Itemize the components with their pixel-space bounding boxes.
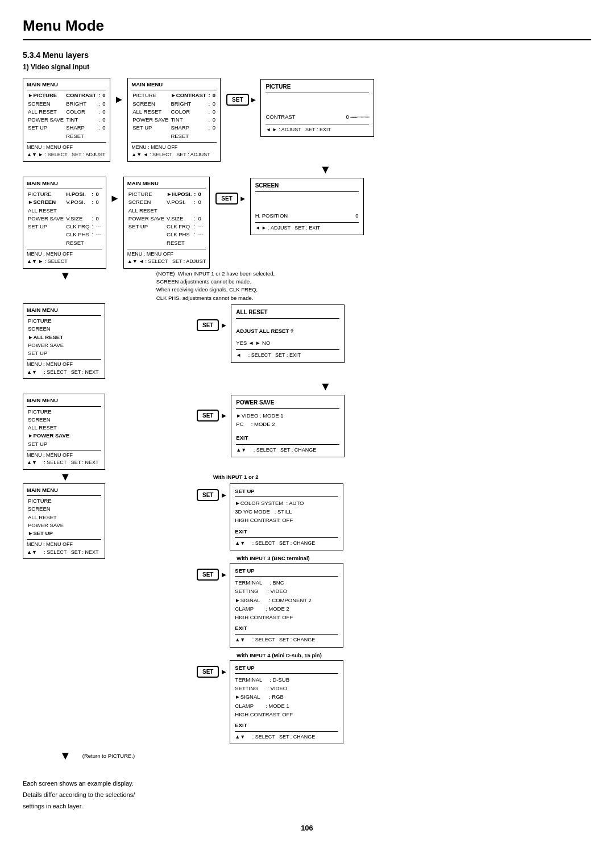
screen-panel-footer: ◄ ► : ADJUST SET : EXIT (255, 222, 359, 232)
setup-panel-input12-title: SET UP (235, 487, 338, 497)
setup3-terminal: TERMINAL : BNC (235, 578, 338, 587)
setup-footer-12: ▲▼ : SELECT SET : CHANGE (235, 537, 338, 547)
set-label-2[interactable]: SET (215, 193, 238, 205)
allreset-panel-title: ALL RESET (236, 308, 339, 319)
return-note: (Return to PICTURE.) (82, 753, 135, 759)
section-title: 5.3.4 Menu layers (23, 51, 591, 60)
setup-panel-input3: SET UP TERMINAL : BNC SETTING : VIDEO ►S… (230, 563, 343, 648)
main-menu-box-5: MAIN MENU PICTURE SCREEN ALL RESET POWER… (23, 483, 105, 560)
mid-menu-box-1: MAIN MENU PICTURE►CONTRAST:0 SCREENBRIGH… (127, 78, 221, 162)
set-btn-5b[interactable]: SET ► (197, 569, 227, 581)
setup4-highcontrast: HIGH CONTRAST: OFF (235, 710, 338, 719)
contrast-value: 0 ▪▪▪▪▪▪▫▫▫▫▫▫▫▫▫▫▫▫ (345, 112, 370, 122)
mid-menu-footer-1: MENU : MENU OFF▲▼ ◄ : SELECT SET : ADJUS… (131, 142, 217, 159)
down-arrow-2: ▼ (60, 270, 71, 281)
main-menu-footer-1: MENU : MENU OFF▲▼ ► : SELECT SET : ADJUS… (27, 142, 106, 159)
set-btn-5a[interactable]: SET ► (197, 489, 227, 501)
main-menu-header-2: MAIN MENU (27, 180, 102, 189)
main-menu-footer-2: MENU : MENU OFF▲▼ ► : SELECT (27, 249, 102, 266)
setup-colorsystem: ►COLOR SYSTEM : AUTO (235, 499, 338, 507)
setup4-clamp: CLAMP : MODE 1 (235, 702, 338, 710)
hposition-label: H. POSITION (255, 211, 288, 220)
set-btn-1[interactable]: SET ► (226, 94, 257, 106)
setup-panel-input4-title: SET UP (235, 663, 338, 674)
setup3-setting: SETTING : VIDEO (235, 587, 338, 595)
set-label-1[interactable]: SET (226, 94, 248, 106)
main-menu-header-5: MAIN MENU (27, 486, 101, 496)
powersave-video: ►VIDEO : MODE 1 (236, 411, 339, 420)
mid-menu-header-1: MAIN MENU (131, 81, 217, 90)
screen-panel: SCREEN H. POSITION 0 ◄ ► : ADJUST SET : … (250, 178, 364, 236)
mid-menu-footer-2: MENU : MENU OFF▲▼ ◄ : SELECT SET : ADJUS… (127, 249, 206, 266)
setup-exit-3: EXIT (235, 624, 338, 632)
main-menu-box-4: MAIN MENU PICTURE SCREEN ALL RESET ►POWE… (23, 394, 105, 470)
setup-3dycmode: 3D Y/C MODE : STILL (235, 507, 338, 516)
setup3-clamp: CLAMP : MODE 2 (235, 604, 338, 613)
setup4-setting: SETTING : VIDEO (235, 684, 338, 692)
setup3-highcontrast: HIGH CONTRAST: OFF (235, 613, 338, 621)
picture-panel-title: PICTURE (265, 82, 369, 93)
powersave-panel-title: POWER SAVE (236, 398, 339, 409)
bottom-line3: settings in each layer. (23, 801, 591, 812)
picture-panel: PICTURE CONTRAST 0 ▪▪▪▪▪▪▫▫▫▫▫▫▫▫▫▫▫▫ ◄ … (260, 79, 374, 137)
set-label-4[interactable]: SET (197, 410, 219, 422)
powersave-pc: PC : MODE 2 (236, 420, 339, 428)
main-menu-header-1: MAIN MENU (27, 81, 106, 90)
allreset-yesno: YES ◄ ► NO (236, 339, 339, 347)
main-menu-box-1: MAIN MENU ►PICTURECONTRAST:0 SCREENBRIGH… (23, 78, 110, 162)
setup4-signal: ►SIGNAL : RGB (235, 692, 338, 701)
picture-panel-footer: ◄ ► : ADJUST SET : EXIT (265, 124, 369, 133)
powersave-exit: EXIT (236, 433, 339, 442)
arrow-right-2: ► (110, 193, 120, 205)
setup4-terminal: TERMINAL : D-SUB (235, 675, 338, 684)
bottom-line1: Each screen shows an example display. (23, 778, 591, 790)
diagram-area: MAIN MENU ►PICTURECONTRAST:0 SCREENBRIGH… (23, 78, 591, 761)
down-arrow-3: ▼ (60, 381, 591, 392)
setup-footer-4: ▲▼ : SELECT SET : CHANGE (235, 731, 338, 741)
main-menu-box-2: MAIN MENU PICTUREH.POSI.:0 ►SCREENV.POSI… (23, 177, 106, 269)
mid-menu-header-2: MAIN MENU (127, 180, 206, 189)
main-menu-box-3: MAIN MENU PICTURE SCREEN ►ALL RESET POWE… (23, 303, 105, 379)
screen-panel-title: SCREEN (255, 181, 359, 192)
set-btn-2[interactable]: SET ► (215, 193, 246, 205)
bottom-text-area: Each screen shows an example display. De… (23, 778, 591, 812)
with-input4-label: With INPUT 4 (Mini D-sub, 15 pin) (237, 652, 343, 658)
setup-exit-4: EXIT (235, 721, 338, 729)
main-menu-header-3: MAIN MENU (27, 306, 101, 316)
bottom-line2: Details differ according to the selectio… (23, 790, 591, 801)
with-input12-label: With INPUT 1 or 2 (213, 474, 259, 480)
contrast-label: CONTRAST (265, 112, 295, 121)
main-menu-header-4: MAIN MENU (27, 397, 101, 406)
subsection-title: 1) Video signal input (23, 63, 591, 71)
powersave-panel-footer: ▲▼ : SELECT SET : CHANGE (236, 444, 339, 454)
mid-menu-box-2: MAIN MENU PICTURE►H.POSI.:0 SCREENV.POSI… (123, 177, 210, 269)
allreset-panel: ALL RESET ADJUST ALL RESET ? YES ◄ ► NO … (231, 304, 345, 363)
setup-panel-input4: SET UP TERMINAL : D-SUB SETTING : VIDEO … (230, 660, 343, 745)
setup-panel-input3-title: SET UP (235, 566, 338, 577)
set-label-5b[interactable]: SET (197, 569, 219, 581)
with-input3-label: With INPUT 3 (BNC terminal) (237, 555, 343, 561)
hposition-value: 0 (352, 211, 359, 220)
allreset-question: ADJUST ALL RESET ? (236, 327, 339, 335)
setup3-signal: ►SIGNAL : COMPONENT 2 (235, 596, 338, 604)
set-label-5a[interactable]: SET (197, 489, 219, 501)
page-title: Menu Mode (23, 17, 591, 40)
set-btn-3[interactable]: SET ► (197, 319, 227, 331)
setup-highcontrast-12: HIGH CONTRAST: OFF (235, 516, 338, 524)
down-arrow-5: ▼ (60, 750, 71, 761)
set-label-5c[interactable]: SET (197, 666, 219, 678)
down-arrow-1: ▼ (60, 164, 591, 175)
arrow-right-1: ► (114, 94, 124, 106)
setup-panel-input12: SET UP ►COLOR SYSTEM : AUTO 3D Y/C MODE … (230, 483, 343, 550)
set-label-3[interactable]: SET (197, 319, 219, 331)
page-number: 106 (23, 824, 591, 832)
set-btn-4[interactable]: SET ► (197, 410, 227, 422)
main-menu-footer-4: MENU : MENU OFF▲▼ : SELECT SET : NEXT (27, 450, 101, 467)
note-text: (NOTE) When INPUT 1 or 2 have been selec… (156, 270, 275, 302)
powersave-panel: POWER SAVE ►VIDEO : MODE 1 PC : MODE 2 E… (231, 395, 345, 457)
setup-exit-12: EXIT (235, 527, 338, 536)
main-menu-footer-3: MENU : MENU OFF▲▼ : SELECT SET : NEXT (27, 359, 101, 376)
set-btn-5c[interactable]: SET ► (197, 666, 227, 678)
setup-footer-3: ▲▼ : SELECT SET : CHANGE (235, 634, 338, 644)
down-arrow-4: ▼ (60, 471, 71, 482)
